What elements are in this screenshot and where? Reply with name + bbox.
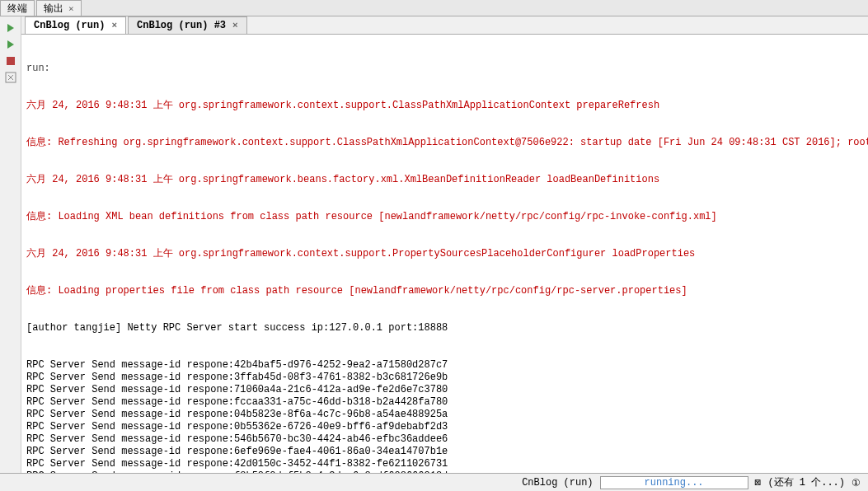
status-more-count[interactable]: (还有 1 个...)	[767, 475, 845, 489]
log-line: RPC Server Send message-id respone:3ffab…	[26, 372, 863, 384]
tab-label: 输出	[44, 2, 63, 16]
log-line: 六月 24, 2016 9:48:31 上午 org.springframewo…	[26, 100, 863, 112]
status-run-name: CnBlog (run)	[522, 477, 593, 489]
main-area: CnBlog (run) × CnBlog (run) #3 × run: 六月…	[0, 16, 868, 473]
run-tabs: CnBlog (run) × CnBlog (run) #3 ×	[21, 16, 868, 35]
log-line: RPC Server Send message-id respone:71060…	[26, 384, 863, 396]
tab-terminal[interactable]: 终端	[0, 0, 35, 16]
run-tab-label: CnBlog (run) #3	[137, 20, 226, 31]
close-icon[interactable]: ×	[232, 21, 238, 30]
status-bar: CnBlog (run) running... ⊠ (还有 1 个...) ①	[0, 473, 868, 491]
svg-rect-0	[7, 57, 15, 65]
log-line: RPC Server Send message-id respone:42d01…	[26, 458, 863, 470]
top-tabs: 终端 输出 ×	[0, 0, 868, 16]
close-icon[interactable]: ×	[111, 21, 117, 30]
log-line: RPC Server Send message-id respone:6efe9…	[26, 446, 863, 458]
log-line: RPC Server Send message-id respone:42b4b…	[26, 359, 863, 372]
log-line: RPC Server Send message-id respone:fccaa…	[26, 396, 863, 409]
log-line: 信息: Loading properties file from class p…	[26, 285, 863, 297]
notification-badge-icon[interactable]: ①	[852, 477, 863, 489]
log-line: 六月 24, 2016 9:48:31 上午 org.springframewo…	[26, 174, 863, 186]
tab-label: 终端	[7, 2, 27, 16]
console-header: run:	[26, 63, 863, 75]
log-line: 六月 24, 2016 9:48:31 上午 org.springframewo…	[26, 248, 863, 260]
log-line: 信息: Loading XML bean definitions from cl…	[26, 211, 863, 223]
progress-text: running...	[645, 477, 704, 489]
console-output[interactable]: run: 六月 24, 2016 9:48:31 上午 org.springfr…	[21, 35, 868, 473]
run-tab-3[interactable]: CnBlog (run) #3 ×	[128, 16, 247, 34]
stop-icon[interactable]	[4, 54, 17, 68]
play-icon[interactable]	[4, 21, 17, 35]
stop-all-icon[interactable]: ⊠	[755, 476, 762, 489]
close-icon[interactable]: ×	[68, 3, 74, 14]
log-line: RPC Server Send message-id respone:0b553…	[26, 421, 863, 433]
tab-output[interactable]: 输出 ×	[36, 0, 82, 16]
log-line: RPC Server Send message-id respone:04b58…	[26, 409, 863, 421]
content-area: CnBlog (run) × CnBlog (run) #3 × run: 六月…	[21, 16, 868, 473]
run-tab-1[interactable]: CnBlog (run) ×	[25, 16, 126, 34]
debug-icon[interactable]	[4, 71, 17, 84]
log-line: [author tangjie] Netty RPC Server start …	[26, 322, 863, 334]
log-line: 信息: Refreshing org.springframework.conte…	[26, 137, 863, 149]
run-tab-label: CnBlog (run)	[34, 20, 105, 31]
left-toolbar	[0, 16, 21, 473]
log-line: RPC Server Send message-id respone:546b5…	[26, 433, 863, 446]
play-icon-alt[interactable]	[4, 38, 17, 51]
progress-indicator[interactable]: running...	[600, 476, 748, 489]
